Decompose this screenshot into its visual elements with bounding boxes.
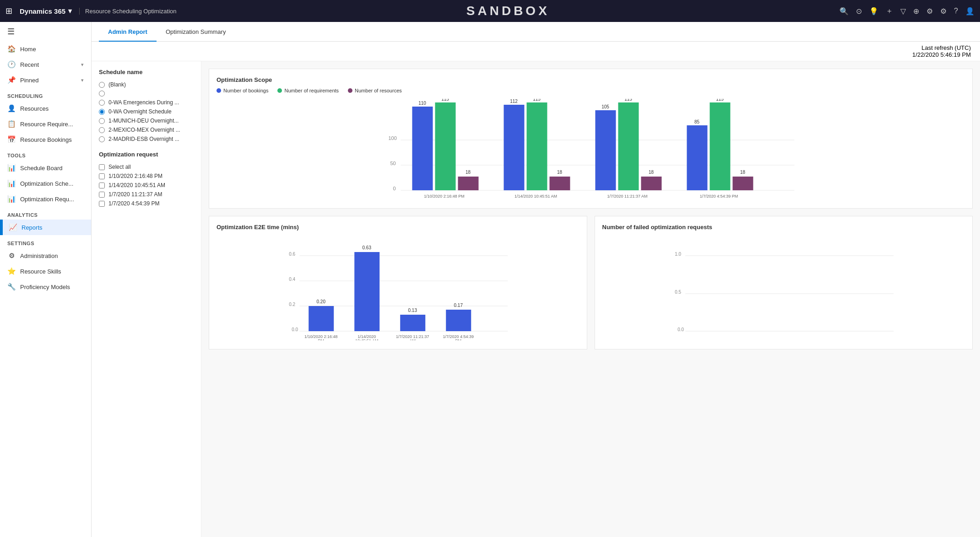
opt-request-label: Optimization request [99, 151, 194, 158]
help-icon[interactable]: ? [954, 7, 958, 15]
filter-opt-1[interactable]: 1/10/2020 2:16:48 PM [99, 172, 194, 181]
legend-requirements: Number of requirements [277, 88, 339, 93]
sidebar-item-resource-requirements[interactable]: 📋 Resource Require... [0, 116, 91, 132]
scope-legend: Number of bookings Number of requirement… [217, 88, 965, 93]
sidebar-label-proficiency: Proficiency Models [20, 284, 70, 290]
svg-text:0.5: 0.5 [675, 290, 681, 295]
sidebar-item-resource-skills[interactable]: ⭐ Resource Skills [0, 263, 91, 279]
svg-text:0.0: 0.0 [677, 327, 684, 332]
sidebar-item-resource-bookings[interactable]: 📅 Resource Bookings [0, 132, 91, 147]
scope-chart-title: Optimization Scope [217, 76, 965, 83]
sidebar-item-reports[interactable]: 📈 Reports [0, 220, 91, 235]
svg-text:1/7/2020 4:54:39 PM: 1/7/2020 4:54:39 PM [700, 194, 738, 199]
sandbox-label: SANDBOX [182, 4, 834, 18]
filter-opt-3[interactable]: 1/7/2020 11:21:37 AM [99, 190, 194, 199]
legend-label-bookings: Number of bookings [223, 88, 268, 93]
optimization-scope-section: Optimization Scope Number of bookings Nu… [209, 69, 973, 209]
bar-2-requirements [527, 102, 547, 190]
bar-4-resources [733, 177, 753, 190]
waffle-icon[interactable]: ⊞ [5, 6, 12, 16]
tab-admin-report[interactable]: Admin Report [99, 22, 157, 42]
add-icon[interactable]: ＋ [886, 6, 893, 16]
bar-3-resources [641, 177, 662, 190]
sidebar-item-proficiency[interactable]: 🔧 Proficiency Models [0, 279, 91, 295]
sidebar-item-opt-schedule[interactable]: 📊 Optimization Sche... [0, 176, 91, 191]
lightbulb-icon[interactable]: 💡 [869, 7, 878, 16]
svg-text:PM: PM [318, 338, 325, 340]
settings2-icon[interactable]: ⚙ [940, 7, 947, 16]
search-icon[interactable]: 🔍 [839, 7, 849, 16]
svg-text:0.13: 0.13 [408, 308, 417, 313]
legend-bookings: Number of bookings [217, 88, 268, 93]
sidebar-label-opt-request: Optimization Requ... [20, 196, 74, 203]
svg-text:112: 112 [510, 99, 518, 104]
bar-3-bookings [596, 110, 616, 190]
svg-text:115: 115 [533, 99, 541, 102]
last-refresh-value: 1/22/2020 5:46:19 PM [912, 51, 971, 58]
sidebar-item-home[interactable]: 🏠 Home [0, 41, 91, 57]
sidebar-label-reports: Reports [22, 224, 43, 231]
sidebar: ☰ 🏠 Home 🕐 Recent ▾ 📌 Pinned ▾ Schedulin… [0, 22, 92, 537]
filter-wa-overnight[interactable]: 0-WA Overnight Schedule [99, 107, 194, 116]
e2e-bar-3 [400, 315, 425, 331]
sidebar-label-requirements: Resource Require... [20, 121, 73, 128]
filter-opt-4[interactable]: 1/7/2020 4:54:39 PM [99, 199, 194, 208]
bottom-charts-row: Optimization E2E time (mins) 0.0 0.2 0.4… [209, 216, 973, 349]
sidebar-item-resources[interactable]: 👤 Resources [0, 101, 91, 116]
pinned-chevron: ▾ [81, 77, 84, 83]
check-circle-icon[interactable]: ⊙ [856, 7, 862, 16]
schedule-board-icon: 📊 [7, 164, 16, 172]
sidebar-label-admin: Administration [20, 252, 58, 259]
skills-icon: ⭐ [7, 267, 16, 275]
sidebar-toggle[interactable]: ☰ [0, 22, 91, 41]
brand[interactable]: Dynamics 365 ▾ [20, 7, 72, 15]
sidebar-item-opt-request[interactable]: 📊 Optimization Requ... [0, 191, 91, 207]
filter-select-all[interactable]: Select all [99, 162, 194, 172]
legend-label-resources: Number of resources [355, 88, 402, 93]
analytics-section-label: Analytics [0, 207, 91, 220]
filter-blank[interactable]: (Blank) [99, 80, 194, 89]
brand-chevron: ▾ [68, 7, 72, 15]
filter-wa-emergencies[interactable]: 0-WA Emergencies During ... [99, 98, 194, 107]
svg-text:1.0: 1.0 [675, 252, 681, 257]
recent-chevron: ▾ [81, 62, 84, 68]
top-nav: ⊞ Dynamics 365 ▾ Resource Scheduling Opt… [0, 0, 980, 22]
charts-area: Optimization Scope Number of bookings Nu… [201, 61, 980, 537]
sidebar-item-schedule-board[interactable]: 📊 Schedule Board [0, 160, 91, 176]
e2e-bar-2 [354, 252, 379, 331]
sidebar-label-skills: Resource Skills [20, 268, 61, 275]
opt-request-icon: 📊 [7, 195, 16, 203]
settings-icon[interactable]: ⚙ [926, 7, 933, 16]
user-icon[interactable]: 👤 [965, 7, 975, 16]
svg-text:0.20: 0.20 [317, 299, 326, 304]
filter-mexico[interactable]: 2-MEXICO-MEX Overnight ... [99, 125, 194, 134]
svg-text:50: 50 [390, 161, 396, 166]
sidebar-item-administration[interactable]: ⚙ Administration [0, 248, 91, 263]
requirements-icon: 📋 [7, 120, 16, 128]
svg-text:AM: AM [410, 338, 416, 340]
home-icon: 🏠 [7, 45, 16, 53]
filter-panel: Schedule name (Blank) 0-WA Emergencies D… [92, 61, 201, 537]
bar-1-bookings [412, 107, 433, 190]
proficiency-icon: 🔧 [7, 283, 16, 291]
filter-opt-2[interactable]: 1/14/2020 10:45:51 AM [99, 181, 194, 190]
legend-dot-bookings [217, 88, 221, 93]
sidebar-item-recent[interactable]: 🕐 Recent ▾ [0, 57, 91, 72]
legend-dot-requirements [277, 88, 282, 93]
bookings-icon: 📅 [7, 135, 16, 144]
zoom-icon[interactable]: ⊕ [913, 7, 919, 16]
brand-name: Dynamics 365 [20, 7, 65, 15]
svg-text:1/14/2020 10:45:51 AM: 1/14/2020 10:45:51 AM [514, 194, 557, 199]
filter-madrid[interactable]: 2-MADRID-ESB Overnight ... [99, 134, 194, 144]
tab-optimization-summary[interactable]: Optimization Summary [157, 22, 235, 42]
svg-text:0: 0 [393, 186, 396, 191]
sidebar-item-pinned[interactable]: 📌 Pinned ▾ [0, 72, 91, 88]
filter-empty[interactable] [99, 89, 194, 98]
filter-icon[interactable]: ▽ [900, 7, 906, 16]
filter-munich[interactable]: 1-MUNICH-DEU Overnight... [99, 116, 194, 125]
bar-4-requirements [710, 102, 731, 190]
svg-text:85: 85 [694, 119, 700, 124]
sidebar-label-recent: Recent [20, 61, 39, 68]
legend-label-requirements: Number of requirements [284, 88, 339, 93]
svg-text:18: 18 [466, 170, 471, 175]
